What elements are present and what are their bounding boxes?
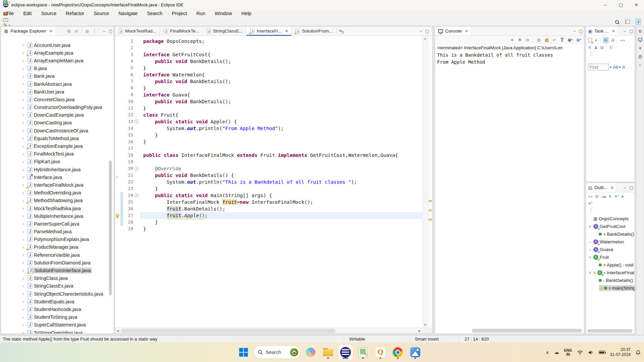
taskbar-editor-app-icon[interactable]	[356, 345, 370, 360]
minimize-view-icon[interactable]: –	[624, 185, 626, 190]
close-icon[interactable]: ✕	[612, 29, 615, 34]
tree-item-exceptionexample-java[interactable]: ›ExceptionExample.java	[1, 142, 114, 150]
minimize-view-icon[interactable]: –	[103, 29, 105, 34]
warning-mark[interactable]	[429, 219, 432, 221]
view-menu-icon[interactable]: ⋮	[92, 29, 97, 34]
language-indicator[interactable]: ENGIN	[564, 348, 572, 357]
tree-item-methodoverriding-java[interactable]: ›MethodOverriding.java	[1, 189, 114, 197]
code-line-28[interactable]: 28 }	[115, 219, 422, 226]
tree-item-concreteclass-java[interactable]: ›ConcreteClass.java	[1, 96, 114, 103]
fold-icon[interactable]: −	[135, 120, 139, 124]
categorized-presentation-icon[interactable]: ⊞	[603, 37, 608, 43]
minimize-view-icon[interactable]: –	[420, 29, 422, 34]
expander-icon[interactable]: ▸	[610, 65, 612, 69]
sort-icon[interactable]: ↓az	[601, 194, 606, 199]
code-line-29[interactable]: 29}	[115, 226, 422, 232]
filter-a-link[interactable]: A	[622, 65, 625, 70]
java-perspective-button[interactable]	[635, 19, 642, 25]
tree-item-finalmocktest-java[interactable]: ›FinalMockTest.java	[1, 150, 114, 158]
package-explorer-scrollbar[interactable]	[109, 161, 112, 295]
tree-item-mocktestradhika-java[interactable]: ›MockTestRadhika.java	[1, 204, 114, 212]
scroll-left-icon[interactable]: ◀	[115, 329, 120, 333]
code-line-10[interactable]: 10 public void BankDetails();	[115, 98, 422, 105]
new-task-button[interactable]	[2, 16, 11, 22]
fold-icon[interactable]: −	[135, 167, 139, 171]
taskbar-q-app-icon[interactable]: Q	[373, 345, 387, 360]
menu-project[interactable]: Project	[167, 11, 192, 16]
hide-static-members-icon[interactable]: ✕s	[614, 194, 619, 199]
editor-tab-interfacefi[interactable]: InterfaceFi...✕	[247, 26, 292, 36]
close-button[interactable]: ✕	[629, 0, 644, 9]
new-package-button[interactable]	[2, 10, 11, 16]
tree-item-arrayexamplemain-java[interactable]: ›ArrayExampleMain.java	[1, 57, 114, 64]
tree-item-bankabstract-java[interactable]: ›BankAbstract.java	[1, 80, 114, 88]
tree-item-productmanager-java[interactable]: ›ProductManager.java	[1, 243, 114, 251]
tree-item-accountuser-java[interactable]: ›AccountUser.java	[1, 41, 114, 49]
package-explorer-tab[interactable]: ▦ Package Explorer ✕	[1, 26, 56, 36]
outline-item-fruit[interactable]: ∨CFruit	[586, 253, 635, 261]
synchronize-icon[interactable]: ↻	[609, 45, 613, 50]
tree-item-studenthashcode-java[interactable]: ›StudentHashcode.java	[1, 305, 114, 313]
tree-item-stringobjectcharecteristicks-java[interactable]: ›StringObjectCharecteristicks.java	[1, 290, 114, 298]
hide-completed-icon[interactable]: ✕	[588, 45, 591, 50]
code-line-6[interactable]: 6interface Watermelon{	[115, 71, 422, 78]
outline-item-guava[interactable]: ›IGuava	[586, 246, 635, 253]
taskbar-photos-icon[interactable]	[408, 345, 422, 360]
editor-vertical-scrollbar[interactable]: ▲ ▼	[422, 36, 428, 327]
tree-item-paintersupercall-java[interactable]: ›PainterSuperCall.java	[1, 220, 114, 228]
outline-tab[interactable]: ▤ Outli... ✕	[586, 183, 616, 192]
code-line-17[interactable]: 17	[115, 145, 422, 152]
focus-icon[interactable]: ◎	[85, 29, 89, 34]
menu-edit[interactable]: Edit	[18, 11, 36, 16]
tree-item-tostringoverriding-java[interactable]: ›ToStringOverriding.java	[1, 329, 114, 334]
taskbar-eclipse-icon[interactable]	[338, 345, 353, 360]
close-tab-icon[interactable]: ✕	[285, 29, 288, 34]
code-line-26[interactable]: 26 fruit.BankDetails();	[115, 205, 422, 212]
minimize-view-icon[interactable]: –	[573, 29, 576, 34]
menu-refactor[interactable]: Refactor	[61, 11, 89, 16]
terminate-icon[interactable]: ■	[510, 38, 514, 42]
restore-views-icon[interactable]: ⧉	[639, 29, 642, 34]
maximize-view-icon[interactable]: ▢	[425, 29, 429, 34]
code-line-20[interactable]: 20− @Override	[115, 165, 422, 172]
code-line-24[interactable]: 24− public static void main(String[] arg…	[115, 192, 422, 199]
scroll-lock-icon[interactable]	[544, 38, 549, 42]
dropdown-icon[interactable]: ▼	[595, 39, 597, 42]
close-icon[interactable]: ✕	[49, 29, 53, 34]
editor-horizontal-scrollbar[interactable]: ◀ ▶	[115, 327, 422, 334]
tree-item-studenttostring-java[interactable]: ›StudentToString.java	[1, 313, 114, 321]
outline-item-bankdetails-void[interactable]: ABankDetails() : void	[586, 230, 635, 238]
tree-item-referencevarible-java[interactable]: ›ReferenceVarible.java	[1, 251, 114, 259]
tree-item-constructoroverloadingpoly-java[interactable]: ›ConstructorOverloadingPoly.java	[1, 104, 114, 111]
outline-item-main-string-args-void[interactable]: Smain(String[] args) : void	[586, 284, 635, 292]
console-tab[interactable]: Console ✕	[435, 26, 472, 36]
tree-item-polymorphismexplain-java[interactable]: ›PolymorphismExplain.java	[1, 236, 114, 243]
editor-tab-finalmockte[interactable]: FinalMockTe...	[160, 26, 203, 36]
code-line-16[interactable]: 16}	[115, 138, 422, 145]
wifi-icon[interactable]	[577, 350, 583, 355]
maximize-view-icon[interactable]: ▢	[579, 29, 583, 34]
view-menu-icon[interactable]: ⋮	[586, 206, 635, 212]
maximize-button[interactable]: ▢	[613, 0, 629, 9]
occurrence-mark[interactable]	[429, 209, 432, 211]
collapse-all-icon[interactable]: ⊟	[600, 45, 604, 50]
notification-bell-icon[interactable]	[636, 350, 641, 355]
code-line-3[interactable]: 3interface GetFruitCost{	[115, 51, 422, 58]
open-perspective-button[interactable]	[624, 19, 631, 25]
scroll-down-icon[interactable]: ▼	[424, 323, 427, 326]
collapse-all-icon[interactable]: ⊟	[595, 194, 599, 199]
open-console-icon[interactable]: ▣▾	[576, 38, 581, 42]
task-list-tab[interactable]: ▣ Task ... ✕	[586, 26, 618, 36]
tree-item-arrayexample-java[interactable]: ›ArrayExample.java	[1, 49, 114, 57]
code-line-21[interactable]: △21 public void BankDetails() {	[115, 172, 422, 179]
tree-item-b-java[interactable]: ›B.java	[1, 65, 114, 72]
code-line-5[interactable]: 5}	[115, 65, 422, 71]
close-icon[interactable]: ✕	[610, 185, 614, 190]
quickfix-lightbulb-icon[interactable]	[116, 214, 119, 217]
onedrive-cloud-icon[interactable]: ☁	[554, 349, 559, 355]
outline-item-getfruitcost[interactable]: ∨IGetFruitCost	[586, 223, 635, 230]
menu-navigate[interactable]: Navigate	[114, 11, 142, 16]
declaration-view-shortcut-icon[interactable]: ‹›	[639, 63, 641, 67]
start-button[interactable]	[236, 345, 251, 360]
taskbar-file-explorer-icon[interactable]	[321, 345, 335, 360]
